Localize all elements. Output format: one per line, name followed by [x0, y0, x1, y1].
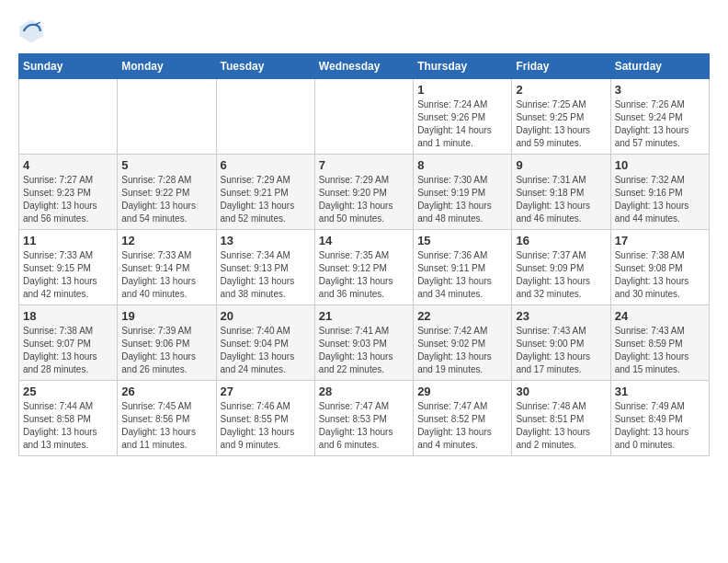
day-number: 17 [615, 234, 705, 247]
day-number: 4 [23, 158, 113, 172]
day-info: Sunrise: 7:44 AM Sunset: 8:58 PM Dayligh… [23, 400, 113, 452]
calendar-cell: 8Sunrise: 7:30 AM Sunset: 9:19 PM Daylig… [414, 155, 512, 230]
header-day-thursday: Thursday [414, 54, 512, 79]
calendar-header: SundayMondayTuesdayWednesdayThursdayFrid… [19, 54, 710, 79]
day-info: Sunrise: 7:37 AM Sunset: 9:09 PM Dayligh… [516, 249, 606, 301]
day-number: 18 [23, 309, 113, 323]
day-number: 16 [516, 234, 606, 247]
calendar-cell: 25Sunrise: 7:44 AM Sunset: 8:58 PM Dayli… [19, 381, 118, 456]
calendar-cell: 7Sunrise: 7:29 AM Sunset: 9:20 PM Daylig… [314, 155, 413, 230]
week-row-4: 18Sunrise: 7:38 AM Sunset: 9:07 PM Dayli… [19, 305, 710, 381]
day-info: Sunrise: 7:40 AM Sunset: 9:04 PM Dayligh… [221, 325, 311, 376]
calendar-cell: 14Sunrise: 7:35 AM Sunset: 9:12 PM Dayli… [314, 230, 413, 305]
day-info: Sunrise: 7:33 AM Sunset: 9:15 PM Dayligh… [23, 249, 113, 301]
day-number: 9 [516, 158, 606, 172]
calendar-cell: 26Sunrise: 7:45 AM Sunset: 8:56 PM Dayli… [118, 381, 216, 456]
calendar-body: 1Sunrise: 7:24 AM Sunset: 9:26 PM Daylig… [19, 79, 710, 456]
header-day-sunday: Sunday [19, 54, 118, 79]
calendar-cell: 24Sunrise: 7:43 AM Sunset: 8:59 PM Dayli… [610, 305, 709, 381]
calendar-cell: 17Sunrise: 7:38 AM Sunset: 9:08 PM Dayli… [610, 230, 709, 305]
day-number: 1 [417, 83, 507, 97]
day-info: Sunrise: 7:43 AM Sunset: 8:59 PM Dayligh… [615, 325, 705, 376]
day-info: Sunrise: 7:34 AM Sunset: 9:13 PM Dayligh… [221, 249, 311, 301]
day-info: Sunrise: 7:47 AM Sunset: 8:53 PM Dayligh… [319, 400, 409, 452]
calendar-cell: 16Sunrise: 7:37 AM Sunset: 9:09 PM Dayli… [512, 230, 610, 305]
week-row-5: 25Sunrise: 7:44 AM Sunset: 8:58 PM Dayli… [19, 381, 710, 456]
logo-icon [18, 18, 44, 44]
day-info: Sunrise: 7:27 AM Sunset: 9:23 PM Dayligh… [23, 174, 113, 225]
day-info: Sunrise: 7:33 AM Sunset: 9:14 PM Dayligh… [121, 249, 211, 301]
page-header [18, 18, 710, 44]
day-info: Sunrise: 7:30 AM Sunset: 9:19 PM Dayligh… [417, 174, 507, 225]
day-number: 24 [615, 309, 705, 323]
header-day-wednesday: Wednesday [314, 54, 413, 79]
day-info: Sunrise: 7:35 AM Sunset: 9:12 PM Dayligh… [319, 249, 409, 301]
calendar-cell: 30Sunrise: 7:48 AM Sunset: 8:51 PM Dayli… [512, 381, 610, 456]
day-number: 15 [417, 234, 507, 247]
day-number: 19 [121, 309, 211, 323]
day-info: Sunrise: 7:29 AM Sunset: 9:20 PM Dayligh… [319, 174, 409, 225]
header-day-tuesday: Tuesday [216, 54, 314, 79]
day-number: 2 [516, 83, 606, 97]
day-number: 23 [516, 309, 606, 323]
calendar-cell: 6Sunrise: 7:29 AM Sunset: 9:21 PM Daylig… [216, 155, 314, 230]
day-number: 27 [221, 385, 311, 398]
header-day-saturday: Saturday [610, 54, 709, 79]
calendar-cell: 12Sunrise: 7:33 AM Sunset: 9:14 PM Dayli… [118, 230, 216, 305]
calendar-cell: 23Sunrise: 7:43 AM Sunset: 9:00 PM Dayli… [512, 305, 610, 381]
calendar-cell: 20Sunrise: 7:40 AM Sunset: 9:04 PM Dayli… [216, 305, 314, 381]
logo [18, 18, 48, 44]
week-row-2: 4Sunrise: 7:27 AM Sunset: 9:23 PM Daylig… [19, 155, 710, 230]
day-info: Sunrise: 7:25 AM Sunset: 9:25 PM Dayligh… [516, 98, 606, 150]
calendar-cell: 5Sunrise: 7:28 AM Sunset: 9:22 PM Daylig… [118, 155, 216, 230]
day-info: Sunrise: 7:31 AM Sunset: 9:18 PM Dayligh… [516, 174, 606, 225]
day-info: Sunrise: 7:32 AM Sunset: 9:16 PM Dayligh… [615, 174, 705, 225]
day-number: 30 [516, 385, 606, 398]
day-number: 13 [221, 234, 311, 247]
day-number: 31 [615, 385, 705, 398]
day-number: 11 [23, 234, 113, 247]
calendar-cell: 9Sunrise: 7:31 AM Sunset: 9:18 PM Daylig… [512, 155, 610, 230]
day-info: Sunrise: 7:49 AM Sunset: 8:49 PM Dayligh… [615, 400, 705, 452]
calendar-cell: 11Sunrise: 7:33 AM Sunset: 9:15 PM Dayli… [19, 230, 118, 305]
day-number: 22 [417, 309, 507, 323]
calendar-cell [216, 79, 314, 155]
day-number: 26 [121, 385, 211, 398]
day-info: Sunrise: 7:24 AM Sunset: 9:26 PM Dayligh… [417, 98, 507, 150]
day-number: 21 [319, 309, 409, 323]
day-number: 6 [221, 158, 311, 172]
calendar-cell: 2Sunrise: 7:25 AM Sunset: 9:25 PM Daylig… [512, 79, 610, 155]
calendar-cell: 10Sunrise: 7:32 AM Sunset: 9:16 PM Dayli… [610, 155, 709, 230]
day-info: Sunrise: 7:41 AM Sunset: 9:03 PM Dayligh… [319, 325, 409, 376]
day-number: 7 [319, 158, 409, 172]
calendar-cell: 18Sunrise: 7:38 AM Sunset: 9:07 PM Dayli… [19, 305, 118, 381]
day-number: 5 [121, 158, 211, 172]
calendar-table: SundayMondayTuesdayWednesdayThursdayFrid… [18, 53, 710, 456]
day-number: 28 [319, 385, 409, 398]
day-info: Sunrise: 7:43 AM Sunset: 9:00 PM Dayligh… [516, 325, 606, 376]
week-row-3: 11Sunrise: 7:33 AM Sunset: 9:15 PM Dayli… [19, 230, 710, 305]
header-row: SundayMondayTuesdayWednesdayThursdayFrid… [19, 54, 710, 79]
calendar-cell [19, 79, 118, 155]
calendar-cell [314, 79, 413, 155]
calendar-cell: 22Sunrise: 7:42 AM Sunset: 9:02 PM Dayli… [414, 305, 512, 381]
day-info: Sunrise: 7:26 AM Sunset: 9:24 PM Dayligh… [615, 98, 705, 150]
calendar-cell: 15Sunrise: 7:36 AM Sunset: 9:11 PM Dayli… [414, 230, 512, 305]
day-info: Sunrise: 7:29 AM Sunset: 9:21 PM Dayligh… [221, 174, 311, 225]
header-day-friday: Friday [512, 54, 610, 79]
day-info: Sunrise: 7:38 AM Sunset: 9:07 PM Dayligh… [23, 325, 113, 376]
day-number: 29 [417, 385, 507, 398]
day-number: 8 [417, 158, 507, 172]
day-number: 10 [615, 158, 705, 172]
day-number: 3 [615, 83, 705, 97]
day-info: Sunrise: 7:42 AM Sunset: 9:02 PM Dayligh… [417, 325, 507, 376]
calendar-cell: 19Sunrise: 7:39 AM Sunset: 9:06 PM Dayli… [118, 305, 216, 381]
day-info: Sunrise: 7:36 AM Sunset: 9:11 PM Dayligh… [417, 249, 507, 301]
calendar-cell: 1Sunrise: 7:24 AM Sunset: 9:26 PM Daylig… [414, 79, 512, 155]
day-info: Sunrise: 7:47 AM Sunset: 8:52 PM Dayligh… [417, 400, 507, 452]
day-number: 25 [23, 385, 113, 398]
calendar-cell: 27Sunrise: 7:46 AM Sunset: 8:55 PM Dayli… [216, 381, 314, 456]
calendar-cell: 3Sunrise: 7:26 AM Sunset: 9:24 PM Daylig… [610, 79, 709, 155]
day-info: Sunrise: 7:28 AM Sunset: 9:22 PM Dayligh… [121, 174, 211, 225]
day-info: Sunrise: 7:39 AM Sunset: 9:06 PM Dayligh… [121, 325, 211, 376]
